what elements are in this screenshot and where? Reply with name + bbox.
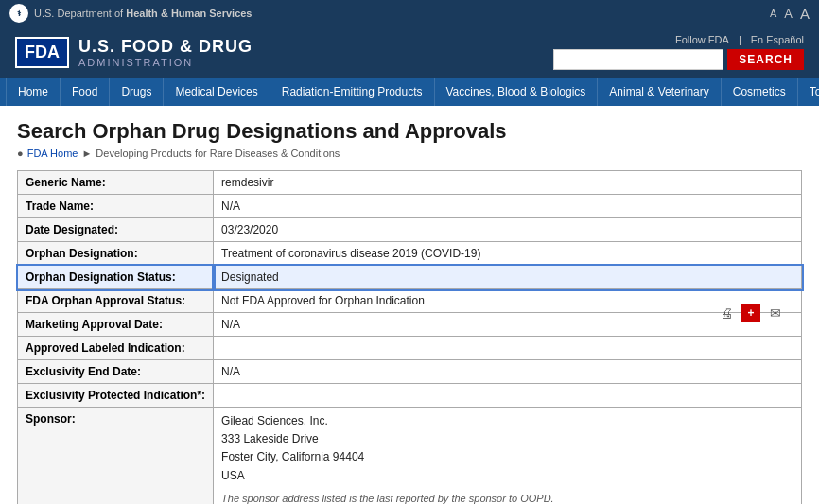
nav-cosmetics[interactable]: Cosmetics: [722, 78, 798, 106]
nav-animal[interactable]: Animal & Veterinary: [598, 78, 721, 106]
follow-fda-link[interactable]: Follow FDA: [675, 34, 729, 45]
fda-title-line1: U.S. FOOD & DRUG: [78, 37, 253, 57]
value-generic-name: remdesivir: [214, 171, 802, 195]
table-row-date-designated: Date Designated: 03/23/2020: [18, 218, 802, 242]
label-exclusivity-protected: Exclusivity Protected Indication*:: [18, 384, 214, 408]
sponsor-line4: USA: [221, 469, 245, 482]
table-row-generic-name: Generic Name: remdesivir: [18, 171, 802, 195]
font-size-medium[interactable]: A: [784, 7, 793, 21]
nav-home[interactable]: Home: [6, 78, 61, 106]
font-size-small[interactable]: A: [770, 8, 776, 19]
nav-radiation[interactable]: Radiation-Emitting Products: [270, 78, 435, 106]
fda-title-line2: ADMINISTRATION: [78, 57, 253, 68]
print-icon[interactable]: 🖨: [717, 304, 736, 322]
main-content: Search Orphan Drug Designations and Appr…: [0, 106, 819, 504]
table-row-designation-status: Orphan Designation Status: Designated: [18, 266, 802, 289]
value-date-designated: 03/23/2020: [214, 218, 802, 242]
label-orphan-designation: Orphan Designation:: [18, 242, 214, 266]
label-marketing-approval: Marketing Approval Date:: [18, 313, 214, 337]
nav-vaccines[interactable]: Vaccines, Blood & Biologics: [435, 78, 599, 106]
font-size-large[interactable]: A: [800, 6, 810, 22]
breadcrumb-current: Developing Products for Rare Diseases & …: [96, 148, 340, 159]
nav-medical-devices[interactable]: Medical Devices: [164, 78, 270, 106]
action-icons: 🖨 + ✉: [717, 304, 785, 322]
sponsor-note: The sponsor address listed is the last r…: [221, 491, 793, 504]
fda-title: U.S. FOOD & DRUG ADMINISTRATION: [78, 37, 253, 68]
label-designation-status: Orphan Designation Status:: [18, 266, 214, 289]
value-exclusivity-end: N/A: [214, 360, 802, 384]
email-icon[interactable]: ✉: [766, 304, 785, 322]
main-nav: Home Food Drugs Medical Devices Radiatio…: [0, 78, 819, 106]
table-row-marketing-approval: Marketing Approval Date: N/A: [18, 313, 802, 337]
breadcrumb-arrow: ►: [81, 148, 92, 159]
hhs-logo: ⚕: [9, 4, 28, 23]
search-input[interactable]: [553, 49, 723, 70]
table-row-exclusivity-end: Exclusivity End Date: N/A: [18, 360, 802, 384]
value-fda-approval-status: Not FDA Approved for Orphan Indication: [214, 289, 802, 313]
sponsor-line2: 333 Lakeside Drive: [221, 432, 319, 445]
nav-tobacco[interactable]: Tobacco Products: [798, 78, 819, 106]
label-approved-indication: Approved Labeled Indication:: [18, 337, 214, 360]
search-row: SEARCH: [553, 49, 804, 70]
value-marketing-approval: N/A: [214, 313, 802, 337]
table-row-trade-name: Trade Name: N/A: [18, 195, 802, 218]
label-date-designated: Date Designated:: [18, 218, 214, 242]
value-trade-name: N/A: [214, 195, 802, 218]
agency-name: U.S. Department of Health & Human Servic…: [34, 8, 253, 19]
sponsor-address: Gilead Sciences, Inc. 333 Lakeside Drive…: [221, 412, 793, 504]
value-sponsor: Gilead Sciences, Inc. 333 Lakeside Drive…: [214, 408, 802, 505]
value-approved-indication: [214, 337, 802, 360]
breadcrumb: ● FDA Home ► Developing Products for Rar…: [17, 148, 802, 159]
label-generic-name: Generic Name:: [18, 171, 214, 195]
site-header: FDA U.S. FOOD & DRUG ADMINISTRATION Foll…: [0, 26, 819, 78]
header-right: Follow FDA | En Español SEARCH: [553, 34, 804, 70]
content-wrapper: Search Orphan Drug Designations and Appr…: [17, 119, 802, 504]
label-exclusivity-end: Exclusivity End Date:: [18, 360, 214, 384]
espanol-link[interactable]: En Español: [751, 34, 804, 45]
fda-badge: FDA: [15, 37, 69, 68]
table-row-fda-approval-status: FDA Orphan Approval Status: Not FDA Appr…: [18, 289, 802, 313]
nav-drugs[interactable]: Drugs: [110, 78, 164, 106]
plus-icon[interactable]: +: [741, 304, 760, 322]
value-designation-status: Designated: [214, 266, 802, 289]
table-row-sponsor: Sponsor: Gilead Sciences, Inc. 333 Lakes…: [18, 408, 802, 505]
top-bar: ⚕ U.S. Department of Health & Human Serv…: [0, 0, 819, 26]
top-bar-left: ⚕ U.S. Department of Health & Human Serv…: [9, 4, 253, 23]
circle-icon: ●: [17, 148, 24, 159]
sponsor-line3: Foster City, California 94404: [221, 450, 364, 463]
sponsor-line1: Gilead Sciences, Inc.: [221, 414, 328, 427]
search-button[interactable]: SEARCH: [727, 49, 804, 70]
value-orphan-designation: Treatment of coronavirus disease 2019 (C…: [214, 242, 802, 266]
fda-logo: FDA U.S. FOOD & DRUG ADMINISTRATION: [15, 37, 253, 68]
label-sponsor: Sponsor:: [18, 408, 214, 505]
table-row-orphan-designation: Orphan Designation: Treatment of coronav…: [18, 242, 802, 266]
label-trade-name: Trade Name:: [18, 195, 214, 218]
label-fda-approval-status: FDA Orphan Approval Status:: [18, 289, 214, 313]
breadcrumb-home[interactable]: FDA Home: [27, 148, 78, 159]
drug-info-table: Generic Name: remdesivir Trade Name: N/A…: [17, 170, 802, 504]
font-size-controls: A A A: [770, 6, 810, 22]
nav-food[interactable]: Food: [61, 78, 110, 106]
page-title: Search Orphan Drug Designations and Appr…: [17, 119, 802, 144]
value-exclusivity-protected: [214, 384, 802, 408]
table-row-approved-indication: Approved Labeled Indication:: [18, 337, 802, 360]
table-row-exclusivity-protected: Exclusivity Protected Indication*:: [18, 384, 802, 408]
header-links: Follow FDA | En Español: [675, 34, 804, 45]
